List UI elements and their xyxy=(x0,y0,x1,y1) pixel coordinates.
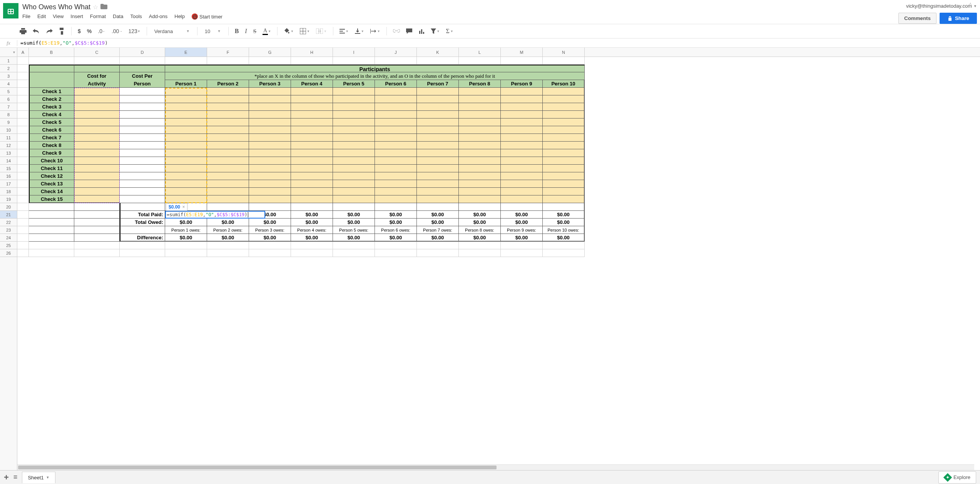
cell[interactable] xyxy=(17,126,29,134)
cell[interactable]: Check 3 xyxy=(29,103,74,111)
cell[interactable] xyxy=(249,203,291,211)
cell[interactable] xyxy=(207,249,249,257)
comments-button[interactable]: Comments xyxy=(898,13,937,24)
cell[interactable] xyxy=(375,157,417,165)
col-header[interactable]: N xyxy=(543,48,585,57)
cell[interactable] xyxy=(120,165,165,172)
cell[interactable] xyxy=(74,88,120,95)
cell[interactable]: Person 9 owes: xyxy=(501,226,543,234)
cell[interactable]: $0.00 xyxy=(207,234,249,242)
cell[interactable] xyxy=(249,88,291,95)
italic-icon[interactable]: I xyxy=(242,26,249,36)
cell[interactable]: Person 2 xyxy=(207,80,249,88)
cell[interactable] xyxy=(375,188,417,195)
cell[interactable] xyxy=(291,103,333,111)
cell[interactable] xyxy=(17,180,29,188)
cell[interactable] xyxy=(459,57,501,65)
cell[interactable] xyxy=(249,142,291,149)
cell[interactable] xyxy=(291,165,333,172)
cell[interactable] xyxy=(249,95,291,103)
col-header[interactable]: D xyxy=(120,48,165,57)
cell[interactable]: Total Paid: xyxy=(120,211,165,219)
cell[interactable]: Check 1 xyxy=(29,88,74,95)
cell[interactable]: $0.00 xyxy=(459,219,501,226)
cell[interactable] xyxy=(543,242,585,249)
cell[interactable] xyxy=(74,95,120,103)
cell[interactable] xyxy=(74,203,120,211)
cell[interactable] xyxy=(29,249,74,257)
cell[interactable]: $0.00 xyxy=(333,234,375,242)
cell[interactable]: Person 1 owes: xyxy=(165,226,207,234)
cell[interactable] xyxy=(29,65,74,72)
sheets-logo[interactable] xyxy=(3,3,18,18)
cell[interactable] xyxy=(333,126,375,134)
cell[interactable] xyxy=(207,88,249,95)
cell[interactable] xyxy=(375,180,417,188)
cell[interactable]: $0.00 xyxy=(291,219,333,226)
cell[interactable]: $0.00 xyxy=(375,211,417,219)
cell[interactable] xyxy=(74,180,120,188)
cell[interactable]: $0.00 xyxy=(459,234,501,242)
cell[interactable] xyxy=(417,172,459,180)
redo-icon[interactable] xyxy=(43,27,55,35)
cell[interactable] xyxy=(29,80,74,88)
cell[interactable] xyxy=(17,203,29,211)
cell[interactable] xyxy=(459,149,501,157)
cell[interactable] xyxy=(417,103,459,111)
col-header[interactable]: H xyxy=(291,48,333,57)
font-size-picker[interactable]: 10▼ xyxy=(201,26,224,36)
col-header[interactable]: C xyxy=(74,48,120,57)
cell[interactable]: Check 5 xyxy=(29,118,74,126)
cell[interactable] xyxy=(459,126,501,134)
cell[interactable] xyxy=(543,126,585,134)
cell[interactable] xyxy=(501,118,543,126)
cell[interactable] xyxy=(459,203,501,211)
cell[interactable] xyxy=(249,134,291,142)
cell[interactable]: Person 3 owes: xyxy=(249,226,291,234)
cell[interactable] xyxy=(120,57,165,65)
cell[interactable] xyxy=(291,172,333,180)
cell[interactable] xyxy=(291,180,333,188)
cell[interactable] xyxy=(120,142,165,149)
cell[interactable] xyxy=(291,249,333,257)
cell[interactable] xyxy=(17,149,29,157)
cell[interactable] xyxy=(417,57,459,65)
cell[interactable] xyxy=(543,88,585,95)
cell[interactable] xyxy=(74,103,120,111)
cell[interactable] xyxy=(17,95,29,103)
cell[interactable] xyxy=(74,65,120,72)
menu-insert[interactable]: Insert xyxy=(70,13,83,20)
cell[interactable] xyxy=(120,126,165,134)
cell[interactable] xyxy=(165,103,207,111)
cell[interactable] xyxy=(17,80,29,88)
cell[interactable]: Check 14 xyxy=(29,188,74,195)
row-header[interactable]: 10 xyxy=(0,126,17,134)
cell[interactable]: Person 9 xyxy=(501,80,543,88)
cell[interactable] xyxy=(207,134,249,142)
cell[interactable] xyxy=(417,111,459,118)
sheet-tab[interactable]: Sheet1 ▼ xyxy=(22,472,55,474)
cell[interactable] xyxy=(459,157,501,165)
cell[interactable]: $0.00 xyxy=(291,211,333,219)
formula-input[interactable]: =sumif(E5:E19,"O",$C$5:$C$19) xyxy=(17,40,980,46)
cell[interactable] xyxy=(249,126,291,134)
cell[interactable] xyxy=(375,203,417,211)
cell[interactable] xyxy=(459,88,501,95)
cell[interactable] xyxy=(165,172,207,180)
cell[interactable]: $0.00 xyxy=(417,234,459,242)
cell[interactable] xyxy=(417,149,459,157)
cell[interactable]: Person 10 owes: xyxy=(543,226,585,234)
row-header[interactable]: 21 xyxy=(0,211,17,219)
cell[interactable] xyxy=(120,149,165,157)
cell[interactable] xyxy=(417,165,459,172)
cell[interactable] xyxy=(207,242,249,249)
cell[interactable] xyxy=(207,195,249,203)
cell[interactable] xyxy=(17,72,29,80)
cell[interactable] xyxy=(291,157,333,165)
row-header[interactable]: 24 xyxy=(0,234,17,242)
cell[interactable]: Check 6 xyxy=(29,126,74,134)
cell[interactable] xyxy=(417,157,459,165)
row-header[interactable]: 3 xyxy=(0,72,17,80)
cell[interactable] xyxy=(501,195,543,203)
cell[interactable] xyxy=(120,95,165,103)
